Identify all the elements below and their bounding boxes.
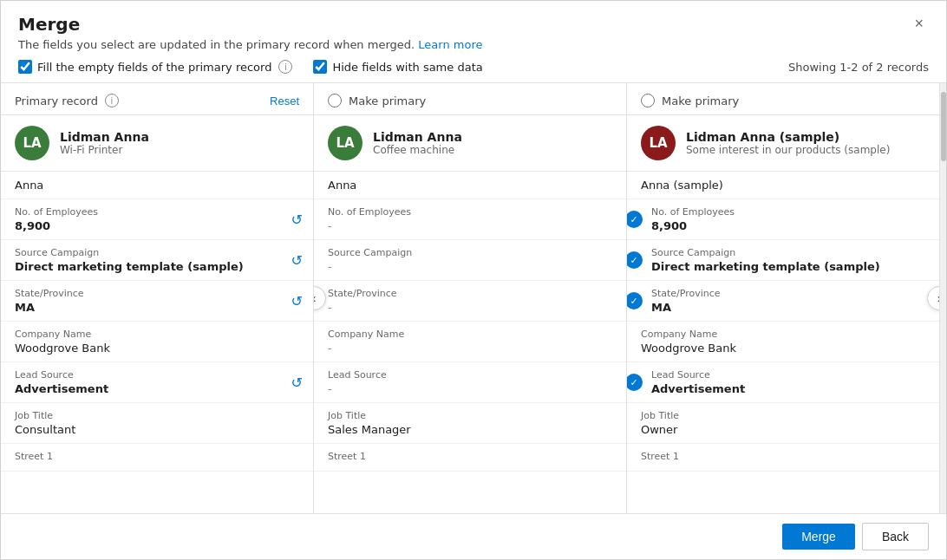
col1-campaign-value: Direct marketing template (sample) bbox=[15, 260, 299, 273]
col3-employees-field: ✓ No. of Employees 8,900 bbox=[627, 199, 939, 240]
primary-info-icon[interactable]: i bbox=[105, 94, 119, 107]
col1-firstname-field: Anna bbox=[1, 172, 313, 199]
col1-company-value: Woodgrove Bank bbox=[15, 342, 299, 355]
col1-employees-refresh-icon[interactable]: ↺ bbox=[291, 212, 303, 228]
col2-leadsource-field: Lead Source - bbox=[314, 362, 626, 403]
col2-record-sub: Coffee machine bbox=[373, 144, 462, 156]
options-bar: Fill the empty fields of the primary rec… bbox=[1, 51, 946, 82]
col1-state-field: State/Province MA ↺ bbox=[1, 281, 313, 322]
col3-employees-label: No. of Employees bbox=[651, 206, 925, 218]
col2-campaign-field: Source Campaign - bbox=[314, 240, 626, 281]
merge-button[interactable]: Merge bbox=[782, 524, 855, 550]
col1-avatar: LA bbox=[15, 126, 49, 160]
col3-jobtitle-value: Owner bbox=[641, 423, 925, 436]
col2-employees-field: No. of Employees - bbox=[314, 199, 626, 240]
col1-state-refresh-icon[interactable]: ↺ bbox=[291, 293, 303, 309]
col1-company-field: Company Name Woodgrove Bank bbox=[1, 322, 313, 362]
col2-leadsource-label: Lead Source bbox=[328, 369, 612, 381]
col3-firstname-value: Anna (sample) bbox=[641, 179, 925, 192]
col2-jobtitle-value: Sales Manager bbox=[328, 423, 612, 436]
col3-leadsource-check-icon: ✓ bbox=[627, 374, 643, 391]
col3-campaign-value: Direct marketing template (sample) bbox=[651, 260, 925, 273]
col2-company-label: Company Name bbox=[328, 329, 612, 340]
col3-record-name: Lidman Anna (sample) bbox=[686, 130, 890, 144]
col2-employees-label: No. of Employees bbox=[328, 206, 612, 218]
col1-record-name: Lidman Anna bbox=[60, 130, 149, 144]
vertical-scrollbar[interactable] bbox=[939, 83, 946, 513]
showing-text: Showing 1-2 of 2 records bbox=[788, 61, 929, 74]
dialog-header: Merge × bbox=[1, 1, 946, 35]
col3-campaign-check-icon: ✓ bbox=[627, 251, 643, 269]
col3-firstname-field: Anna (sample) bbox=[627, 172, 939, 199]
col2-avatar: LA bbox=[328, 126, 362, 160]
col1-leadsource-refresh-icon[interactable]: ↺ bbox=[291, 374, 303, 391]
col2-make-primary-label[interactable]: Make primary bbox=[328, 94, 426, 107]
col3-leadsource-value: Advertisement bbox=[651, 382, 925, 395]
fill-empty-checkbox-label[interactable]: Fill the empty fields of the primary rec… bbox=[18, 60, 292, 74]
col1-campaign-refresh-icon[interactable]: ↺ bbox=[291, 252, 303, 269]
col2-state-field: State/Province - bbox=[314, 281, 626, 322]
fill-empty-label: Fill the empty fields of the primary rec… bbox=[37, 61, 271, 74]
dialog-subtitle: The fields you select are updated in the… bbox=[1, 35, 946, 51]
col3-campaign-label: Source Campaign bbox=[651, 247, 925, 258]
col1-street-label: Street 1 bbox=[15, 451, 299, 462]
col3-record-sub: Some interest in our products (sample) bbox=[686, 144, 890, 156]
reset-button[interactable]: Reset bbox=[270, 94, 299, 107]
col3-record-info: Lidman Anna (sample) Some interest in ou… bbox=[686, 130, 890, 156]
col2-make-primary-text: Make primary bbox=[349, 94, 426, 107]
col1-record-info: Lidman Anna Wi-Fi Printer bbox=[60, 130, 149, 156]
col3-company-field: Company Name Woodgrove Bank bbox=[627, 322, 939, 362]
col1-employees-label: No. of Employees bbox=[15, 206, 299, 218]
col2-street-field: Street 1 bbox=[314, 444, 626, 472]
col2-header: Make primary bbox=[314, 83, 626, 115]
col1-company-label: Company Name bbox=[15, 329, 299, 340]
col3-street-field: Street 1 bbox=[627, 444, 939, 472]
col1-state-value: MA bbox=[15, 301, 299, 314]
close-button[interactable]: × bbox=[909, 13, 929, 35]
col3-company-label: Company Name bbox=[641, 329, 925, 340]
col3-employees-value: 8,900 bbox=[651, 219, 925, 232]
col2-state-label: State/Province bbox=[328, 288, 612, 299]
col3-state-check-icon: ✓ bbox=[627, 292, 643, 309]
learn-more-link[interactable]: Learn more bbox=[418, 38, 482, 51]
col3-make-primary-radio[interactable] bbox=[641, 94, 655, 107]
col3-street-label: Street 1 bbox=[641, 451, 925, 462]
col1-state-label: State/Province bbox=[15, 288, 299, 299]
col2-firstname-value: Anna bbox=[328, 179, 612, 192]
primary-column: Primary record i Reset LA Lidman Anna Wi… bbox=[1, 83, 314, 513]
col1-jobtitle-value: Consultant bbox=[15, 423, 299, 436]
scrollbar-thumb[interactable] bbox=[941, 92, 946, 161]
col2-company-field: Company Name - bbox=[314, 322, 626, 362]
col2-campaign-label: Source Campaign bbox=[328, 247, 612, 258]
col1-employees-value: 8,900 bbox=[15, 219, 299, 232]
col1-leadsource-field: Lead Source Advertisement ↺ bbox=[1, 362, 313, 403]
col3-campaign-field: ✓ Source Campaign Direct marketing templ… bbox=[627, 240, 939, 281]
col2-employees-value: - bbox=[328, 219, 612, 232]
primary-record-label: Primary record bbox=[15, 94, 98, 107]
col3-leadsource-field: ✓ Lead Source Advertisement bbox=[627, 362, 939, 403]
col3-company-value: Woodgrove Bank bbox=[641, 342, 925, 355]
hide-same-label: Hide fields with same data bbox=[332, 61, 482, 74]
hide-same-checkbox-label[interactable]: Hide fields with same data bbox=[313, 60, 482, 74]
dialog-footer: Merge Back bbox=[1, 513, 946, 559]
col3-state-field: ✓ State/Province MA bbox=[627, 281, 939, 322]
col3-make-primary-label[interactable]: Make primary bbox=[641, 94, 739, 107]
back-button[interactable]: Back bbox=[862, 523, 929, 550]
hide-same-checkbox[interactable] bbox=[313, 60, 327, 74]
col2-firstname-field: Anna bbox=[314, 172, 626, 199]
col2-make-primary-radio[interactable] bbox=[328, 94, 342, 107]
col1-jobtitle-field: Job Title Consultant bbox=[1, 403, 313, 444]
primary-header-left: Primary record i bbox=[15, 94, 119, 107]
col1-employees-field: No. of Employees 8,900 ↺ bbox=[1, 199, 313, 240]
columns-area: Primary record i Reset LA Lidman Anna Wi… bbox=[1, 82, 946, 513]
col1-record-card: LA Lidman Anna Wi-Fi Printer bbox=[1, 115, 313, 172]
fill-empty-checkbox[interactable] bbox=[18, 60, 32, 74]
col2-jobtitle-field: Job Title Sales Manager bbox=[314, 403, 626, 444]
fill-empty-info-icon[interactable]: i bbox=[278, 60, 292, 74]
col2-street-label: Street 1 bbox=[328, 451, 612, 462]
primary-col-header: Primary record i Reset bbox=[1, 83, 313, 115]
col3-jobtitle-field: Job Title Owner bbox=[627, 403, 939, 444]
col1-record-sub: Wi-Fi Printer bbox=[60, 144, 149, 156]
col1-street-field: Street 1 bbox=[1, 444, 313, 472]
col3-leadsource-label: Lead Source bbox=[651, 369, 925, 381]
